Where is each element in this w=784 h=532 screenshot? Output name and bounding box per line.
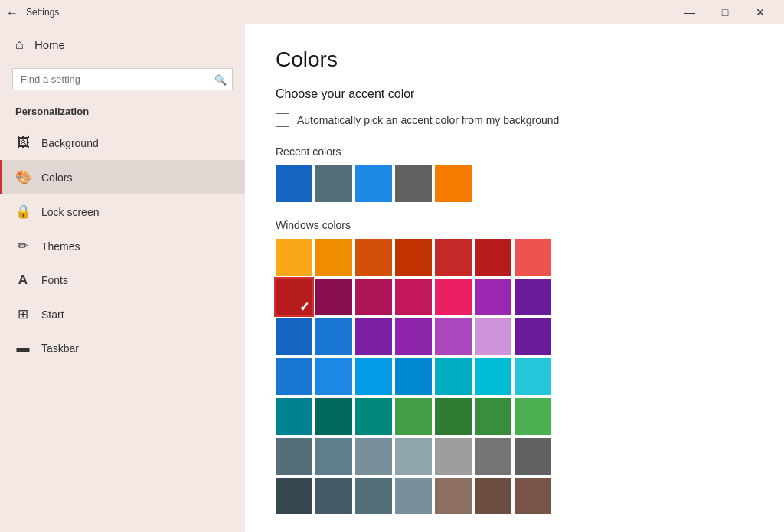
color-cell[interactable] [276,438,312,475]
sidebar: ⌂ Home 🔍 Personalization 🖼 Background 🎨 … [0,24,245,532]
sidebar-item-background[interactable]: 🖼 Background [0,126,245,160]
home-label: Home [34,38,65,51]
color-row [276,478,753,514]
color-cell[interactable] [355,358,392,395]
sidebar-label-fonts: Fonts [41,274,68,286]
color-cell[interactable] [435,318,472,355]
minimize-button[interactable]: — [672,0,707,24]
windows-colors-label: Windows colors [276,219,753,231]
search-input[interactable] [12,68,233,90]
color-cell[interactable] [514,318,551,355]
sidebar-item-colors[interactable]: 🎨 Colors [0,160,245,194]
title-bar: ← Settings — □ ✕ [0,0,784,24]
color-row [276,239,753,276]
color-cell[interactable] [276,398,312,435]
app-title: Settings [26,7,59,18]
color-cell[interactable] [435,279,472,315]
themes-icon: ✏ [15,238,31,254]
color-cell[interactable]: ✓ [276,279,312,315]
search-icon: 🔍 [214,73,227,85]
color-cell[interactable] [315,279,352,315]
color-cell[interactable] [435,478,472,514]
color-cell[interactable] [435,398,472,435]
color-cell[interactable] [355,438,392,475]
recent-color-swatch[interactable] [395,165,432,202]
sidebar-item-start[interactable]: ⊞ Start [0,297,245,331]
color-cell[interactable] [475,239,511,276]
color-cell[interactable] [475,478,511,514]
color-row [276,358,753,395]
start-icon: ⊞ [15,306,31,322]
sidebar-section-title: Personalization [0,100,245,126]
auto-accent-label: Automatically pick an accent color from … [297,114,559,126]
recent-color-swatch[interactable] [435,165,472,202]
color-cell[interactable] [355,318,392,355]
color-cell[interactable] [355,279,392,315]
fonts-icon: A [15,273,31,288]
sidebar-item-themes[interactable]: ✏ Themes [0,229,245,263]
color-cell[interactable] [395,279,432,315]
color-cell[interactable] [395,358,432,395]
recent-color-swatch[interactable] [355,165,392,202]
color-cell[interactable] [276,239,312,276]
auto-accent-checkbox-row[interactable]: Automatically pick an accent color from … [276,113,753,127]
sidebar-label-colors: Colors [41,171,72,184]
windows-color-grid: ✓ [276,239,753,514]
color-cell[interactable] [276,358,312,395]
color-cell[interactable] [395,398,432,435]
color-cell[interactable] [276,318,312,355]
sidebar-search: 🔍 [12,68,233,90]
lock-icon: 🔒 [15,204,31,220]
color-cell[interactable] [315,478,352,514]
color-cell[interactable] [475,318,511,355]
accent-color-subtitle: Choose your accent color [276,87,753,101]
color-row [276,438,753,475]
color-cell[interactable] [276,478,312,514]
color-cell[interactable] [395,438,432,475]
color-cell[interactable] [514,478,551,514]
sidebar-label-start: Start [41,308,64,321]
sidebar-label-taskbar: Taskbar [41,342,79,354]
color-cell[interactable] [355,398,392,435]
color-cell[interactable] [315,398,352,435]
color-cell[interactable] [514,438,551,475]
recent-color-swatch[interactable] [315,165,352,202]
color-cell[interactable] [514,398,551,435]
color-cell[interactable] [435,438,472,475]
color-cell[interactable] [395,239,432,276]
color-cell[interactable] [315,438,352,475]
recent-colors-label: Recent colors [276,145,753,158]
color-cell[interactable] [475,438,511,475]
color-row [276,318,753,355]
back-icon[interactable]: ← [6,6,18,18]
sidebar-item-taskbar[interactable]: ▬ Taskbar [0,331,245,365]
color-cell[interactable] [435,239,472,276]
color-cell[interactable] [395,318,432,355]
close-button[interactable]: ✕ [743,0,778,24]
maximize-button[interactable]: □ [707,0,743,24]
color-cell[interactable] [475,358,511,395]
color-cell[interactable] [514,239,551,276]
auto-accent-checkbox[interactable] [276,113,289,127]
content-area: Colors Choose your accent color Automati… [245,24,784,532]
color-cell[interactable] [355,239,392,276]
color-row: ✓ [276,279,753,315]
window-controls: — □ ✕ [672,0,778,24]
color-cell[interactable] [435,358,472,395]
sidebar-item-lock-screen[interactable]: 🔒 Lock screen [0,194,245,229]
color-cell[interactable] [514,279,551,315]
color-cell[interactable] [315,239,352,276]
sidebar-item-home[interactable]: ⌂ Home [0,24,245,65]
sidebar-label-background: Background [41,137,99,149]
taskbar-icon: ▬ [15,341,31,356]
color-cell[interactable] [395,478,432,514]
sidebar-label-themes: Themes [41,240,80,253]
sidebar-item-fonts[interactable]: A Fonts [0,263,245,297]
recent-color-swatch[interactable] [276,165,312,202]
color-cell[interactable] [514,358,551,395]
color-cell[interactable] [355,478,392,514]
color-cell[interactable] [315,318,352,355]
color-cell[interactable] [315,358,352,395]
color-cell[interactable] [475,279,511,315]
color-cell[interactable] [475,398,511,435]
